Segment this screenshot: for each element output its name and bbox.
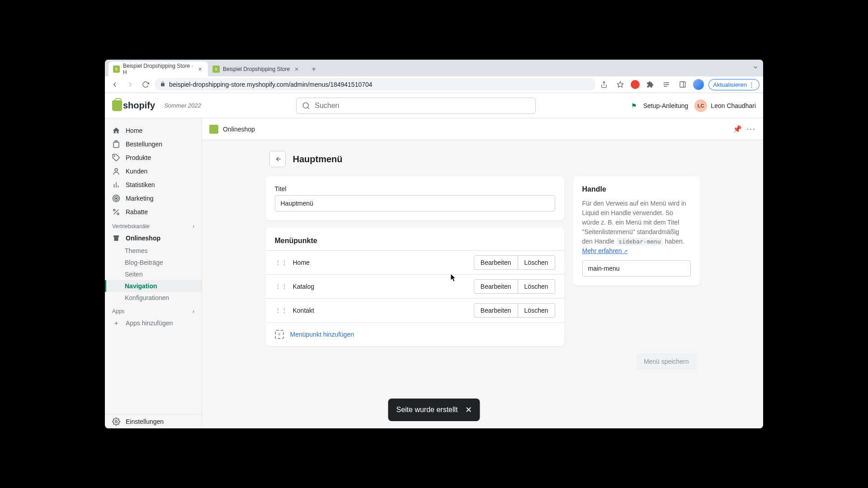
toast-message: Seite wurde erstellt (396, 406, 458, 414)
store-icon (112, 234, 120, 242)
extensions-icon[interactable] (644, 79, 656, 90)
url-input[interactable]: beispiel-dropshipping-store.myshopify.co… (155, 78, 595, 91)
menu-item-label: Home (293, 259, 468, 266)
search-input[interactable]: Suchen (296, 98, 536, 114)
shopify-logo[interactable]: shopify (112, 100, 155, 111)
chevron-right-icon[interactable]: › (193, 223, 194, 230)
chevron-right-icon[interactable]: › (193, 308, 194, 314)
learn-more-link[interactable]: Mehr erfahren ↗ (582, 247, 628, 254)
update-button[interactable]: Aktualisieren ⋮ (708, 79, 760, 90)
close-icon[interactable]: × (293, 66, 300, 73)
sidebar-sub-config[interactable]: Konfigurationen (105, 292, 202, 304)
sidebar-item-onlineshop[interactable]: Onlineshop (105, 231, 202, 245)
user-menu[interactable]: LC Leon Chaudhari (694, 99, 756, 112)
reload-icon[interactable] (139, 78, 152, 91)
browser-tab[interactable]: s Beispiel Dropshipping Store × (208, 61, 305, 76)
delete-button[interactable]: Löschen (518, 279, 555, 294)
svg-rect-5 (680, 82, 685, 87)
sidebar-section-apps: Apps › (105, 304, 202, 316)
sidebar-item-analytics[interactable]: Statistiken (105, 178, 202, 192)
user-icon (112, 167, 120, 175)
browser-toolbar: beispiel-dropshipping-store.myshopify.co… (105, 76, 763, 93)
share-icon[interactable] (598, 79, 610, 90)
star-icon[interactable] (614, 79, 626, 90)
nav-label: Bestellungen (126, 141, 162, 148)
reading-list-icon[interactable] (660, 79, 672, 90)
handle-description: Für den Verweis auf ein Menü wird in Liq… (582, 199, 691, 256)
search-icon (302, 102, 310, 110)
sidepanel-icon[interactable] (677, 79, 689, 90)
svg-marker-1 (617, 81, 623, 87)
user-avatar: LC (694, 99, 707, 112)
drag-handle-icon[interactable]: ⋮⋮ (275, 283, 288, 290)
drag-handle-icon[interactable]: ⋮⋮ (275, 307, 288, 314)
sidebar-item-marketing[interactable]: Marketing (105, 192, 202, 205)
profile-avatar[interactable] (693, 79, 704, 90)
sidebar-item-customers[interactable]: Kunden (105, 164, 202, 178)
sidebar-item-home[interactable]: Home (105, 124, 202, 137)
extension-badge-icon[interactable] (631, 80, 640, 89)
delete-button[interactable]: Löschen (518, 255, 555, 270)
update-label: Aktualisieren (713, 81, 747, 88)
edit-button[interactable]: Bearbeiten (474, 279, 518, 294)
svg-rect-9 (113, 142, 119, 148)
user-name: Leon Chaudhari (711, 102, 756, 109)
browser-tab-active[interactable]: s Beispiel Dropshipping Store · H × (108, 61, 208, 76)
delete-button[interactable]: Löschen (518, 303, 555, 318)
toast-notification: Seite wurde erstellt ✕ (388, 399, 480, 421)
svg-point-19 (113, 209, 115, 211)
nav-label: Apps hinzufügen (126, 319, 173, 327)
handle-title: Handle (582, 185, 691, 193)
tabs-dropdown-icon[interactable] (752, 64, 759, 72)
sidebar-sub-themes[interactable]: Themes (105, 245, 202, 257)
close-icon[interactable]: × (197, 66, 203, 73)
sidebar-sub-navigation[interactable]: Navigation (105, 280, 202, 292)
handle-input[interactable] (582, 260, 691, 277)
new-tab-button[interactable]: + (307, 63, 320, 75)
sidebar-sub-blog[interactable]: Blog-Beiträge (105, 257, 202, 268)
tab-title: Beispiel Dropshipping Store (223, 66, 290, 72)
season-badge: Sommer 2022 (164, 102, 201, 109)
section-label: Apps (112, 308, 124, 314)
sidebar: Home Bestellungen Produkte Kunden Statis… (105, 118, 202, 428)
app-header: shopify Sommer 2022 Suchen ⚑ Setup-Anlei… (105, 93, 763, 118)
edit-button[interactable]: Bearbeiten (474, 303, 518, 318)
menu-row: ⋮⋮ Home Bearbeiten Löschen (266, 250, 564, 274)
tab-title: Beispiel Dropshipping Store · H (123, 63, 193, 75)
close-icon[interactable]: ✕ (465, 405, 472, 415)
sidebar-item-orders[interactable]: Bestellungen (105, 137, 202, 151)
back-button[interactable] (269, 151, 286, 167)
svg-line-18 (114, 210, 119, 215)
flag-icon: ⚑ (631, 102, 637, 109)
chart-icon (112, 181, 120, 189)
menu-item-label: Katalog (293, 283, 468, 290)
nav-label: Kunden (126, 168, 147, 175)
back-icon[interactable] (108, 78, 121, 91)
titel-input[interactable] (275, 195, 555, 211)
nav-label: Statistiken (126, 181, 155, 188)
shopify-favicon: s (113, 66, 120, 73)
svg-point-21 (115, 421, 118, 423)
drag-handle-icon[interactable]: ⋮⋮ (275, 259, 288, 266)
sidebar-item-add-apps[interactable]: +Apps hinzufügen (105, 316, 202, 330)
target-icon (112, 194, 120, 202)
menu-row: ⋮⋮ Katalog Bearbeiten Löschen (266, 274, 564, 298)
forward-icon[interactable] (124, 78, 137, 91)
tag-icon (112, 154, 120, 162)
save-menu-button[interactable]: Menü speichern (637, 353, 696, 370)
svg-point-10 (114, 156, 115, 157)
sidebar-item-settings[interactable]: Einstellungen (105, 415, 202, 428)
nav-label: Rabatte (126, 208, 148, 216)
page-title: Hauptmenü (293, 154, 343, 164)
edit-button[interactable]: Bearbeiten (474, 255, 518, 270)
nav-label: Home (126, 127, 142, 134)
pin-icon[interactable]: 📌 (733, 125, 742, 133)
sidebar-item-discounts[interactable]: Rabatte (105, 205, 202, 219)
sidebar-sub-pages[interactable]: Seiten (105, 268, 202, 280)
add-menu-item-button[interactable]: + Menüpunkt hinzufügen (266, 322, 564, 346)
title-card: Titel (266, 176, 564, 221)
more-icon[interactable]: ··· (746, 124, 756, 134)
setup-link[interactable]: Setup-Anleitung (643, 102, 689, 109)
onlineshop-icon (209, 125, 218, 134)
sidebar-item-products[interactable]: Produkte (105, 151, 202, 164)
